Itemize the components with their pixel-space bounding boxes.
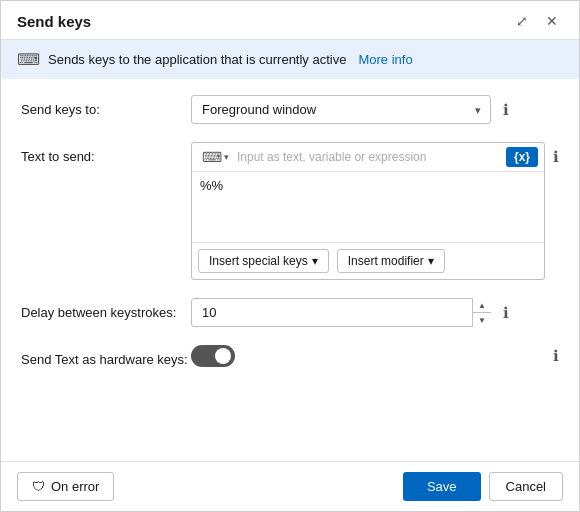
delay-spinner-wrapper: ▲ ▼ <box>191 298 491 327</box>
footer: 🛡 On error Save Cancel <box>1 461 579 511</box>
send-keys-to-select-wrapper: Foreground window Background window ▾ <box>191 95 491 124</box>
send-keys-to-select[interactable]: Foreground window Background window <box>191 95 491 124</box>
close-button[interactable]: ✕ <box>541 11 563 31</box>
cancel-button[interactable]: Cancel <box>489 472 563 501</box>
hardware-keys-row: Send Text as hardware keys: ℹ <box>21 345 559 367</box>
text-to-send-info-icon[interactable]: ℹ <box>553 142 559 166</box>
main-content: Send keys to: Foreground window Backgrou… <box>1 79 579 461</box>
insert-special-keys-button[interactable]: Insert special keys ▾ <box>198 249 329 273</box>
save-button[interactable]: Save <box>403 472 481 501</box>
hardware-keys-control: ℹ <box>191 345 559 367</box>
text-to-send-control: ⌨ ▾ Input as text, variable or expressio… <box>191 142 545 280</box>
keyboard-mode-icon: ⌨ <box>202 149 222 165</box>
title-bar: Send keys ⤢ ✕ <box>1 1 579 40</box>
toggle-thumb <box>215 348 231 364</box>
delay-keystrokes-label: Delay between keystrokes: <box>21 298 191 320</box>
spinner-buttons: ▲ ▼ <box>472 298 491 327</box>
delay-keystrokes-control: ▲ ▼ ℹ <box>191 298 559 327</box>
keyboard-mode-button[interactable]: ⌨ ▾ <box>198 147 233 167</box>
send-keys-to-label: Send keys to: <box>21 95 191 117</box>
text-send-actions: Insert special keys ▾ Insert modifier ▾ <box>192 242 544 279</box>
dialog-title: Send keys <box>17 13 91 30</box>
insert-modifier-label: Insert modifier <box>348 254 424 268</box>
on-error-button[interactable]: 🛡 On error <box>17 472 114 501</box>
info-banner-text: Sends keys to the application that is cu… <box>48 52 346 67</box>
delay-spinner-input[interactable] <box>191 298 491 327</box>
hardware-keys-toggle[interactable] <box>191 345 235 367</box>
insert-modifier-chevron-icon: ▾ <box>428 254 434 268</box>
text-value: %% <box>200 178 223 193</box>
send-keys-to-row: Send keys to: Foreground window Backgrou… <box>21 95 559 124</box>
fx-button[interactable]: {x} <box>506 147 538 167</box>
expand-button[interactable]: ⤢ <box>511 11 533 31</box>
shield-icon: 🛡 <box>32 479 45 494</box>
text-to-send-row: Text to send: ⌨ ▾ Input as text, variabl… <box>21 142 559 280</box>
insert-special-keys-chevron-icon: ▾ <box>312 254 318 268</box>
delay-keystrokes-row: Delay between keystrokes: ▲ ▼ ℹ <box>21 298 559 327</box>
keyboard-icon: ⌨ <box>17 50 40 69</box>
footer-left: 🛡 On error <box>17 472 114 501</box>
hardware-keys-info-icon[interactable]: ℹ <box>553 347 559 365</box>
insert-special-keys-label: Insert special keys <box>209 254 308 268</box>
toolbar-left: ⌨ ▾ Input as text, variable or expressio… <box>198 147 502 167</box>
more-info-link[interactable]: More info <box>358 52 412 67</box>
text-to-send-label: Text to send: <box>21 142 191 164</box>
title-bar-actions: ⤢ ✕ <box>511 11 563 31</box>
text-area-content[interactable]: %% <box>192 172 544 242</box>
spinner-up-button[interactable]: ▲ <box>473 298 491 313</box>
toggle-track <box>191 345 235 367</box>
hardware-keys-label: Send Text as hardware keys: <box>21 345 191 367</box>
delay-info-icon[interactable]: ℹ <box>503 304 509 322</box>
send-keys-to-info-icon[interactable]: ℹ <box>503 101 509 119</box>
text-send-toolbar: ⌨ ▾ Input as text, variable or expressio… <box>192 143 544 172</box>
keyboard-mode-chevron-icon: ▾ <box>224 152 229 162</box>
insert-modifier-button[interactable]: Insert modifier ▾ <box>337 249 445 273</box>
send-keys-dialog: Send keys ⤢ ✕ ⌨ Sends keys to the applic… <box>0 0 580 512</box>
spinner-down-button[interactable]: ▼ <box>473 313 491 327</box>
text-send-box: ⌨ ▾ Input as text, variable or expressio… <box>191 142 545 280</box>
on-error-label: On error <box>51 479 99 494</box>
text-input-placeholder: Input as text, variable or expression <box>237 150 502 164</box>
footer-right: Save Cancel <box>403 472 563 501</box>
send-keys-to-control: Foreground window Background window ▾ ℹ <box>191 95 559 124</box>
info-banner: ⌨ Sends keys to the application that is … <box>1 40 579 79</box>
